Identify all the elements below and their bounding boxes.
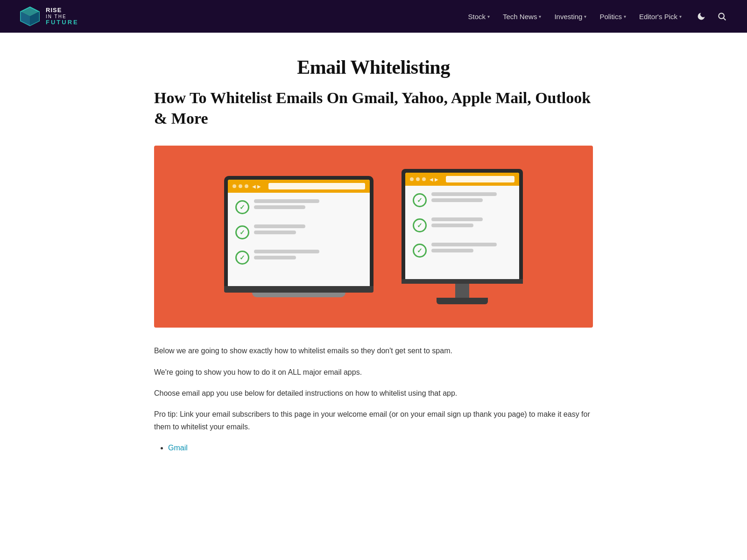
nav-icon-group [695, 10, 728, 23]
chevron-down-icon: ▾ [584, 14, 586, 19]
main-content: Email Whitelisting How To Whitelist Emai… [145, 33, 602, 483]
list-item: Gmail [168, 441, 593, 455]
gmail-link[interactable]: Gmail [168, 444, 188, 452]
article-title: How To Whitelist Emails On Gmail, Yahoo,… [154, 88, 593, 129]
nav-investing[interactable]: Investing▾ [549, 9, 592, 24]
nav-tech-news[interactable]: Tech News▾ [497, 9, 547, 24]
article-para-4: Pro tip: Link your email subscribers to … [154, 408, 593, 433]
moon-icon [697, 12, 706, 21]
chevron-down-icon: ▾ [487, 14, 490, 19]
article-para-2: We're going to show you how to do it on … [154, 366, 593, 378]
nav-editors-pick[interactable]: Editor's Pick▾ [634, 9, 687, 24]
dark-mode-toggle[interactable] [695, 10, 708, 23]
logo-rise-text: RISE [46, 7, 79, 14]
search-button[interactable] [715, 10, 728, 23]
chevron-down-icon: ▾ [624, 14, 626, 19]
logo-icon [19, 5, 41, 28]
logo-future-text: FUTURE [46, 19, 79, 26]
search-icon [717, 12, 726, 21]
nav-links: Stock▾ Tech News▾ Investing▾ Politics▾ E… [463, 9, 688, 24]
page-category: Email Whitelisting [154, 56, 593, 78]
svg-point-4 [719, 13, 724, 19]
article-para-1: Below we are going to show exactly how t… [154, 344, 593, 357]
article-para-3: Choose email app you use below for detai… [154, 387, 593, 399]
article-list: Gmail [168, 441, 593, 455]
logo-inthe-text: IN THE [46, 14, 79, 19]
monitor-illustration: ◀ ▶ ✓ ✓ [402, 169, 523, 304]
laptop-illustration: ◀ ▶ ✓ ✓ [224, 176, 374, 297]
nav-politics[interactable]: Politics▾ [594, 9, 632, 24]
article-body: Below we are going to show exactly how t… [154, 344, 593, 455]
hero-image: ◀ ▶ ✓ ✓ [154, 146, 593, 328]
chevron-down-icon: ▾ [539, 14, 541, 19]
svg-line-5 [724, 18, 726, 21]
category-title: Email Whitelisting [154, 56, 593, 78]
nav-stock[interactable]: Stock▾ [463, 9, 496, 24]
site-logo[interactable]: RISE IN THE FUTURE [19, 5, 79, 28]
chevron-down-icon: ▾ [679, 14, 682, 19]
main-nav: RISE IN THE FUTURE Stock▾ Tech News▾ Inv… [0, 0, 747, 33]
